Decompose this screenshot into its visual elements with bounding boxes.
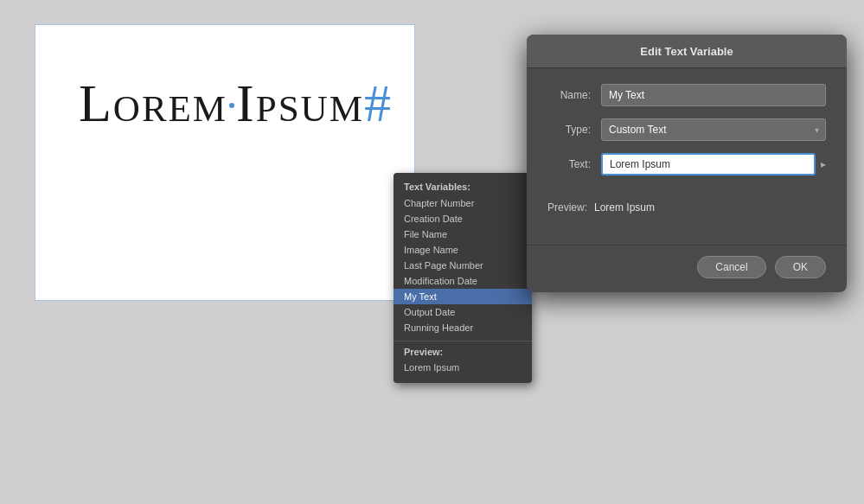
list-item-image-name[interactable]: Image Name <box>394 242 532 258</box>
panel-divider <box>394 341 532 341</box>
list-item-last-page-number[interactable]: Last Page Number <box>394 258 532 273</box>
name-row: Name: <box>547 84 826 106</box>
dialog-buttons: Cancel OK <box>527 245 847 292</box>
text-row: Text: ▸ <box>547 153 826 175</box>
name-input[interactable] <box>601 84 826 106</box>
dialog-body: Name: Type: Custom Text Chapter Number C… <box>527 68 847 245</box>
list-item-output-date[interactable]: Output Date <box>394 304 532 320</box>
list-item-creation-date[interactable]: Creation Date <box>394 211 532 226</box>
list-item-modification-date[interactable]: Modification Date <box>394 273 532 289</box>
right-arrow-icon[interactable]: ▸ <box>821 158 826 170</box>
panel-preview-value: Lorem Ipsum <box>394 360 532 374</box>
text-label: Text: <box>547 158 591 170</box>
list-item-my-text[interactable]: My Text <box>394 289 532 304</box>
type-row: Type: Custom Text Chapter Number Creatio… <box>547 118 826 141</box>
dialog-preview-value: Lorem Ipsum <box>594 201 655 214</box>
edit-text-variable-dialog: Edit Text Variable Name: Type: Custom Te… <box>527 35 847 292</box>
list-item-chapter-number[interactable]: Chapter Number <box>394 195 532 211</box>
dialog-titlebar: Edit Text Variable <box>527 35 847 68</box>
panel-section-label: Text Variables: <box>394 182 532 195</box>
page-canvas: LoremIpsum# <box>35 24 415 301</box>
text-input-wrapper: ▸ <box>601 153 826 175</box>
ok-button[interactable]: OK <box>775 256 826 278</box>
list-item-file-name[interactable]: File Name <box>394 226 532 242</box>
dialog-preview-label: Preview: <box>547 201 587 214</box>
dialog-preview-row: Preview: Lorem Ipsum <box>547 201 826 214</box>
hash-symbol: # <box>364 73 393 132</box>
name-label: Name: <box>547 89 591 101</box>
lorem-ipsum-display: LoremIpsum# <box>79 73 393 134</box>
type-label: Type: <box>547 124 591 136</box>
dialog-title: Edit Text Variable <box>640 45 733 58</box>
preview-section-label: Preview: <box>394 347 532 360</box>
list-item-running-header[interactable]: Running Header <box>394 320 532 335</box>
cancel-button[interactable]: Cancel <box>697 256 765 278</box>
type-select[interactable]: Custom Text Chapter Number Creation Date… <box>601 118 826 141</box>
text-input[interactable] <box>601 153 816 175</box>
text-variables-panel: Text Variables: Chapter Number Creation … <box>394 173 532 383</box>
type-select-wrapper: Custom Text Chapter Number Creation Date… <box>601 118 826 141</box>
center-dot <box>229 103 234 108</box>
